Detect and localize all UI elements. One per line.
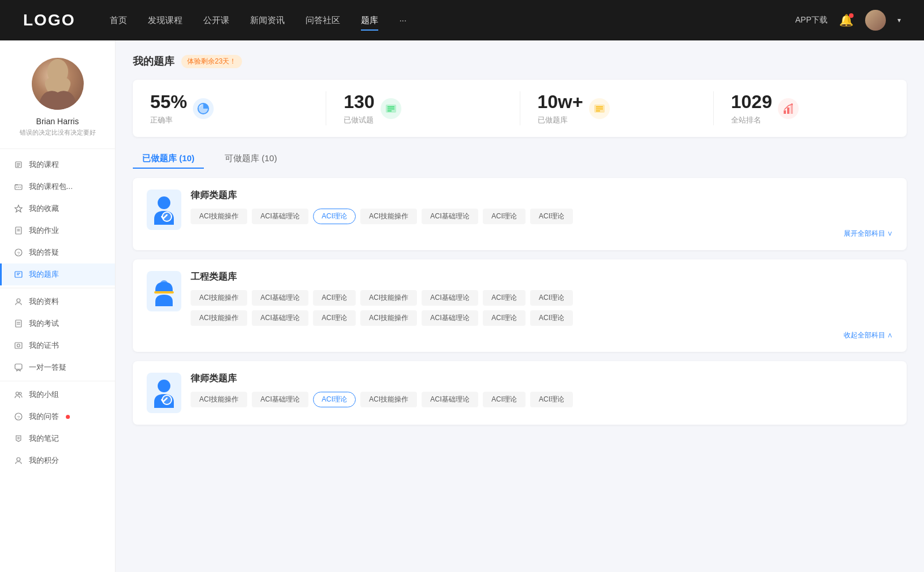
sidebar-item-groups[interactable]: 我的小组 bbox=[0, 384, 115, 406]
lawyer-icon-svg-2 bbox=[151, 378, 177, 408]
qbank-card-lawyer-1: 律师类题库 ACI技能操作 ACI基础理论 ACI理论 ACI技能操作 ACI基… bbox=[133, 178, 907, 250]
favorites-label: 我的收藏 bbox=[29, 203, 59, 214]
qbank-tags-2-row2: ACI技能操作 ACI基础理论 ACI理论 ACI技能操作 ACI基础理论 AC… bbox=[191, 310, 893, 326]
stat-rank-block: 1029 全站排名 bbox=[731, 91, 799, 125]
my-qa-label: 我的问答 bbox=[29, 411, 59, 422]
tag-3-4[interactable]: ACI基础理论 bbox=[422, 392, 478, 407]
avatar[interactable] bbox=[865, 10, 886, 31]
nav-item-qbank[interactable]: 题库 bbox=[361, 13, 378, 28]
tag-3-1[interactable]: ACI基础理论 bbox=[252, 392, 308, 407]
tag-2r2-2[interactable]: ACI理论 bbox=[313, 310, 356, 326]
qbank-body-2: 工程类题库 ACI技能操作 ACI基础理论 ACI理论 ACI技能操作 ACI基… bbox=[191, 271, 893, 340]
qbank-header-3: 律师类题库 ACI技能操作 ACI基础理论 ACI理论 ACI技能操作 ACI基… bbox=[147, 373, 893, 413]
sidebar-item-course-pkg[interactable]: 我的课程包... bbox=[0, 176, 115, 198]
main-layout: Brian Harris 错误的决定比没有决定要好 我的课程 我的课程包... … bbox=[0, 40, 924, 572]
tag-1-3[interactable]: ACI技能操作 bbox=[360, 209, 417, 224]
sidebar-item-my-questions[interactable]: ? 我的答疑 bbox=[0, 242, 115, 263]
qbank-icon bbox=[14, 270, 23, 279]
app-download-link[interactable]: APP下载 bbox=[795, 15, 828, 25]
tag-3-5[interactable]: ACI理论 bbox=[483, 392, 526, 407]
tag-1-6[interactable]: ACI理论 bbox=[530, 209, 573, 224]
qbank-header-1: 律师类题库 ACI技能操作 ACI基础理论 ACI理论 ACI技能操作 ACI基… bbox=[147, 190, 893, 239]
nav-item-home[interactable]: 首页 bbox=[110, 13, 127, 28]
tag-1-4[interactable]: ACI基础理论 bbox=[422, 209, 478, 224]
svg-point-19 bbox=[17, 299, 20, 302]
certificates-label: 我的证书 bbox=[29, 340, 59, 351]
qbank-tags-3: ACI技能操作 ACI基础理论 ACI理论 ACI技能操作 ACI基础理论 AC… bbox=[191, 392, 893, 407]
tag-2-4[interactable]: ACI基础理论 bbox=[422, 290, 478, 306]
tag-2r2-1[interactable]: ACI基础理论 bbox=[252, 310, 308, 326]
tab-done-banks[interactable]: 已做题库 (10) bbox=[133, 148, 204, 169]
tag-2-2[interactable]: ACI理论 bbox=[313, 290, 356, 306]
qbank-icon-engineering bbox=[147, 271, 181, 311]
tag-2-3[interactable]: ACI技能操作 bbox=[360, 290, 417, 306]
sidebar-item-favorites[interactable]: 我的收藏 bbox=[0, 198, 115, 220]
qbank-header-2: 工程类题库 ACI技能操作 ACI基础理论 ACI理论 ACI技能操作 ACI基… bbox=[147, 271, 893, 340]
sidebar-item-profile[interactable]: 我的资料 bbox=[0, 291, 115, 313]
nav-item-more[interactable]: ··· bbox=[399, 13, 407, 28]
tag-2r2-5[interactable]: ACI理论 bbox=[483, 310, 526, 326]
svg-point-24 bbox=[17, 344, 20, 347]
nav-item-courses[interactable]: 发现课程 bbox=[148, 13, 182, 28]
tag-3-3[interactable]: ACI技能操作 bbox=[360, 392, 417, 407]
sidebar: Brian Harris 错误的决定比没有决定要好 我的课程 我的课程包... … bbox=[0, 40, 116, 572]
tag-2-1[interactable]: ACI基础理论 bbox=[252, 290, 308, 306]
qbank-title-3: 律师类题库 bbox=[191, 373, 893, 385]
tag-2r2-4[interactable]: ACI基础理论 bbox=[422, 310, 478, 326]
tag-1-2[interactable]: ACI理论 bbox=[313, 209, 356, 224]
my-questions-icon: ? bbox=[14, 248, 23, 257]
tag-2r2-0[interactable]: ACI技能操作 bbox=[191, 310, 247, 326]
tag-1-1[interactable]: ACI基础理论 bbox=[252, 209, 308, 224]
stat-done-text: 130 已做试题 bbox=[344, 91, 374, 125]
sidebar-item-my-qa[interactable]: ? 我的问答 bbox=[0, 406, 115, 428]
tag-3-2[interactable]: ACI理论 bbox=[313, 392, 356, 407]
stat-rank-value: 1029 bbox=[731, 91, 772, 113]
stats-bar: 55% 正确率 130 已做试题 bbox=[133, 80, 907, 137]
sidebar-item-notes[interactable]: 我的笔记 bbox=[0, 428, 115, 450]
tag-2r2-6[interactable]: ACI理论 bbox=[530, 310, 573, 326]
sidebar-profile: Brian Harris 错误的决定比没有决定要好 bbox=[0, 58, 115, 149]
tag-2-5[interactable]: ACI理论 bbox=[483, 290, 526, 306]
svg-rect-44 bbox=[791, 105, 793, 114]
qbank-card-engineering: 工程类题库 ACI技能操作 ACI基础理论 ACI理论 ACI技能操作 ACI基… bbox=[133, 259, 907, 352]
nav-item-open-course[interactable]: 公开课 bbox=[203, 13, 229, 28]
stat-done-banks: 10w+ 已做题库 bbox=[520, 91, 714, 125]
qbank-icon-lawyer-2 bbox=[147, 373, 181, 413]
tag-2-6[interactable]: ACI理论 bbox=[530, 290, 573, 306]
sidebar-item-points[interactable]: 我的积分 bbox=[0, 450, 115, 471]
stat-done-questions-block: 130 已做试题 bbox=[344, 91, 401, 125]
tag-1-5[interactable]: ACI理论 bbox=[483, 209, 526, 224]
svg-rect-43 bbox=[787, 107, 789, 114]
certificates-icon bbox=[14, 341, 23, 350]
svg-point-27 bbox=[19, 392, 21, 395]
stat-rank-icon bbox=[778, 98, 799, 119]
nav-item-news[interactable]: 新闻资讯 bbox=[250, 13, 285, 28]
sidebar-item-homework[interactable]: 我的作业 bbox=[0, 220, 115, 242]
sidebar-item-one-on-one[interactable]: 一对一答疑 bbox=[0, 356, 115, 378]
points-icon bbox=[14, 456, 23, 465]
tag-3-0[interactable]: ACI技能操作 bbox=[191, 392, 247, 407]
nav-item-qa[interactable]: 问答社区 bbox=[305, 13, 340, 28]
tag-2-0[interactable]: ACI技能操作 bbox=[191, 290, 247, 306]
avatar-svg bbox=[38, 58, 78, 110]
my-qa-icon: ? bbox=[14, 412, 23, 421]
expand-link-1[interactable]: 展开全部科目 ∨ bbox=[191, 229, 893, 239]
sidebar-item-qbank[interactable]: 我的题库 bbox=[0, 263, 115, 285]
one-on-one-label: 一对一答疑 bbox=[29, 362, 66, 373]
user-menu-chevron[interactable]: ▾ bbox=[897, 16, 901, 24]
notification-bell[interactable]: 🔔 bbox=[839, 13, 854, 27]
collapse-link-2[interactable]: 收起全部科目 ∧ bbox=[191, 330, 893, 340]
qbank-tags-1: ACI技能操作 ACI基础理论 ACI理论 ACI技能操作 ACI基础理论 AC… bbox=[191, 209, 893, 224]
tag-3-6[interactable]: ACI理论 bbox=[530, 392, 573, 407]
svg-marker-10 bbox=[15, 205, 23, 212]
groups-label: 我的小组 bbox=[29, 389, 59, 400]
homework-icon bbox=[14, 226, 23, 235]
sidebar-item-certificates[interactable]: 我的证书 bbox=[0, 335, 115, 356]
sidebar-item-exams[interactable]: 我的考试 bbox=[0, 313, 115, 335]
tag-1-0[interactable]: ACI技能操作 bbox=[191, 209, 247, 224]
tag-2r2-3[interactable]: ACI技能操作 bbox=[360, 310, 417, 326]
profile-avatar bbox=[32, 58, 84, 110]
tab-available-banks[interactable]: 可做题库 (10) bbox=[215, 148, 286, 169]
navbar: LOGO 首页 发现课程 公开课 新闻资讯 问答社区 题库 ··· APP下载 … bbox=[0, 0, 924, 40]
sidebar-item-my-courses[interactable]: 我的课程 bbox=[0, 154, 115, 176]
